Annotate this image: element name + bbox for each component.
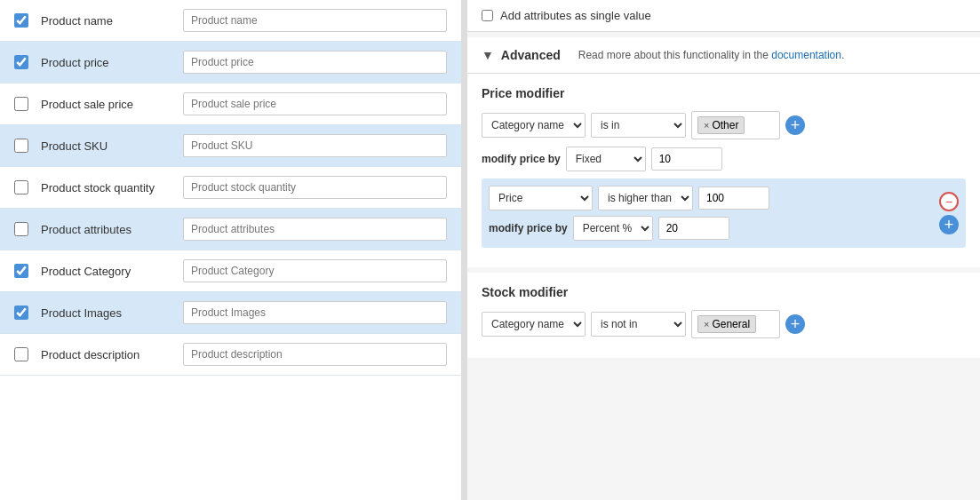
left-panel: Product nameProduct priceProduct sale pr… <box>0 0 462 500</box>
stock-condition-row-1: Category name Price Stock is in is not i… <box>482 310 966 338</box>
stock-cond1-field-select[interactable]: Category name Price Stock <box>482 312 586 337</box>
input-product-category[interactable] <box>183 259 447 282</box>
field-row-product-name: Product name <box>0 0 461 42</box>
price-modify2-type-select[interactable]: Fixed Percent % <box>573 216 653 241</box>
input-product-attributes[interactable] <box>183 218 447 241</box>
price-cond1-operator-select[interactable]: is in is not in is higher than is lower … <box>591 113 686 138</box>
stock-cond1-tag-label: General <box>712 318 750 330</box>
price-modify-label-2: modify price by <box>489 222 568 234</box>
input-product-sale-price[interactable] <box>183 92 447 115</box>
checkbox-product-category[interactable] <box>14 264 28 278</box>
price-modifier-block: Price modifier Category name Price Stock… <box>467 74 980 267</box>
price-modify2-value-input[interactable] <box>658 217 729 240</box>
advanced-arrow[interactable]: ▼ <box>482 48 494 62</box>
label-product-category: Product Category <box>41 265 183 278</box>
price-cond1-tag-label: Other <box>712 119 738 131</box>
price-cond1-tag-box[interactable]: × Other <box>691 111 780 139</box>
label-product-sale-price: Product sale price <box>41 98 183 111</box>
price-cond1-tag-remove[interactable]: × <box>704 120 709 131</box>
label-product-attributes: Product attributes <box>41 223 183 236</box>
checkbox-product-sku[interactable] <box>14 139 28 153</box>
label-product-description: Product description <box>41 348 183 361</box>
price-modify-row-1: modify price by Fixed Percent % <box>482 147 966 171</box>
field-row-product-images: Product Images <box>0 292 461 334</box>
label-product-name: Product name <box>41 14 183 28</box>
checkbox-product-description[interactable] <box>14 347 28 361</box>
price-modify1-type-select[interactable]: Fixed Percent % <box>566 147 646 171</box>
price-condition-row-1: Category name Price Stock is in is not i… <box>482 111 966 139</box>
checkbox-product-name[interactable] <box>14 13 28 28</box>
stock-cond1-tag-box[interactable]: × General <box>691 310 780 338</box>
price-add-button-2[interactable]: + <box>939 215 959 234</box>
field-row-product-category: Product Category <box>0 250 461 292</box>
right-panel: Add attributes as single value ▼ Advance… <box>467 0 980 500</box>
price-cond2-field-select[interactable]: Category name Price Stock <box>489 186 593 210</box>
label-product-sku: Product SKU <box>41 139 183 153</box>
field-row-product-stock-quantity: Product stock quantity <box>0 167 461 209</box>
input-product-description[interactable] <box>183 343 447 366</box>
field-row-product-price: Product price <box>0 42 461 83</box>
input-product-images[interactable] <box>183 301 447 324</box>
field-row-product-description: Product description <box>0 334 461 376</box>
input-product-price[interactable] <box>183 51 447 74</box>
advanced-section: ▼ Advanced Read more about this function… <box>467 37 980 358</box>
price-add-button-1[interactable]: + <box>785 115 805 135</box>
field-row-product-attributes: Product attributes <box>0 209 461 250</box>
checkbox-product-images[interactable] <box>14 306 28 320</box>
doc-anchor[interactable]: documentation <box>771 49 841 61</box>
stock-modifier-block: Stock modifier Category name Price Stock… <box>467 273 980 358</box>
price-modify-label-1: modify price by <box>482 153 561 165</box>
stock-cond1-operator-select[interactable]: is in is not in is higher than is lower … <box>591 312 686 337</box>
stock-modifier-title: Stock modifier <box>482 285 966 299</box>
price-remove-button-2[interactable]: − <box>939 192 959 211</box>
checkbox-product-sale-price[interactable] <box>14 97 28 111</box>
field-row-product-sale-price: Product sale price <box>0 83 461 125</box>
single-value-checkbox[interactable] <box>482 10 493 21</box>
checkbox-product-stock-quantity[interactable] <box>14 180 28 194</box>
stock-cond1-tag-remove[interactable]: × <box>704 319 709 329</box>
stock-add-button-1[interactable]: + <box>785 314 805 334</box>
label-product-price: Product price <box>41 56 183 69</box>
price-condition-row-2: Category name Price Stock is in is not i… <box>482 179 966 248</box>
stock-cond1-tag: × General <box>697 315 756 333</box>
field-row-product-sku: Product SKU <box>0 125 461 167</box>
price-cond1-field-select[interactable]: Category name Price Stock <box>482 113 586 138</box>
advanced-doc-link: Read more about this functionality in th… <box>578 49 845 61</box>
top-section: Add attributes as single value <box>467 0 980 32</box>
price-cond2-value-input[interactable] <box>698 187 769 210</box>
advanced-header: ▼ Advanced Read more about this function… <box>467 37 980 74</box>
advanced-title: Advanced <box>501 48 561 62</box>
single-value-label: Add attributes as single value <box>500 9 651 22</box>
checkbox-product-price[interactable] <box>14 55 28 69</box>
input-product-stock-quantity[interactable] <box>183 176 447 199</box>
price-modify1-value-input[interactable] <box>651 147 722 171</box>
price-modifier-title: Price modifier <box>482 86 966 100</box>
checkbox-product-attributes[interactable] <box>14 222 28 236</box>
label-product-images: Product Images <box>41 306 183 320</box>
label-product-stock-quantity: Product stock quantity <box>41 181 183 194</box>
input-product-name[interactable] <box>183 9 447 32</box>
price-cond1-tag: × Other <box>697 116 745 134</box>
price-cond2-operator-select[interactable]: is in is not in is higher than is lower … <box>598 186 693 210</box>
input-product-sku[interactable] <box>183 134 447 157</box>
